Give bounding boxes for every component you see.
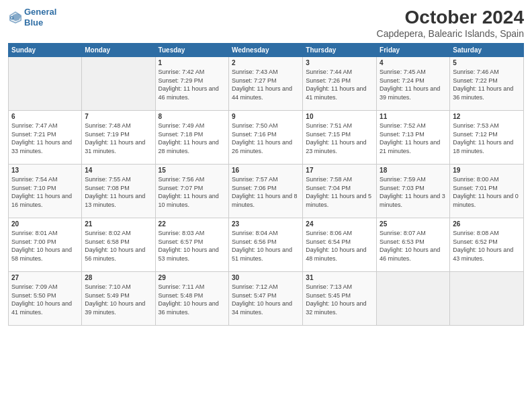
day-number: 21 — [85, 220, 152, 228]
logo-line2: Blue — [24, 17, 43, 28]
day-number: 2 — [232, 59, 300, 66]
col-sunday: Sunday — [9, 44, 82, 57]
day-cell-4-2: 29Sunrise: 7:11 AMSunset: 5:48 PMDayligh… — [155, 272, 228, 326]
day-cell-0-2: 1Sunrise: 7:42 AMSunset: 7:29 PMDaylight… — [155, 57, 228, 111]
day-number: 24 — [306, 220, 373, 228]
day-number: 4 — [380, 59, 447, 66]
day-number: 25 — [380, 220, 447, 228]
day-number: 31 — [306, 274, 373, 281]
day-cell-4-1: 28Sunrise: 7:10 AMSunset: 5:49 PMDayligh… — [82, 272, 155, 326]
day-cell-2-2: 15Sunrise: 7:56 AMSunset: 7:07 PMDayligh… — [155, 165, 228, 218]
day-info: Sunrise: 8:03 AMSunset: 6:57 PMDaylight:… — [159, 229, 226, 263]
day-number: 1 — [159, 59, 226, 66]
title-block: October 2024 Capdepera, Balearic Islands… — [377, 7, 524, 39]
day-number: 11 — [380, 113, 447, 120]
day-info: Sunrise: 7:44 AMSunset: 7:26 PMDaylight:… — [306, 68, 373, 101]
week-row-5: 27Sunrise: 7:09 AMSunset: 5:50 PMDayligh… — [9, 272, 524, 326]
day-number: 19 — [453, 167, 521, 174]
day-info: Sunrise: 7:09 AMSunset: 5:50 PMDaylight:… — [11, 283, 79, 316]
col-tuesday: Tuesday — [155, 44, 228, 57]
day-number: 17 — [306, 167, 373, 174]
day-cell-0-5: 4Sunrise: 7:45 AMSunset: 7:24 PMDaylight… — [377, 57, 450, 111]
day-cell-1-5: 11Sunrise: 7:52 AMSunset: 7:13 PMDayligh… — [377, 111, 450, 165]
week-row-3: 13Sunrise: 7:54 AMSunset: 7:10 PMDayligh… — [9, 165, 524, 218]
day-number: 29 — [159, 274, 226, 281]
day-info: Sunrise: 7:47 AMSunset: 7:21 PMDaylight:… — [11, 122, 79, 155]
logo: G General Blue — [8, 7, 56, 28]
day-number: 18 — [380, 167, 447, 174]
calendar-header-row: Sunday Monday Tuesday Wednesday Thursday… — [9, 44, 524, 57]
day-cell-1-6: 12Sunrise: 7:53 AMSunset: 7:12 PMDayligh… — [450, 111, 524, 165]
day-number: 13 — [11, 167, 79, 174]
day-info: Sunrise: 7:54 AMSunset: 7:10 PMDaylight:… — [11, 175, 79, 209]
day-number: 6 — [11, 113, 79, 120]
col-friday: Friday — [377, 44, 450, 57]
day-cell-2-4: 17Sunrise: 7:58 AMSunset: 7:04 PMDayligh… — [303, 165, 377, 218]
day-number: 16 — [232, 167, 300, 174]
day-cell-3-6: 26Sunrise: 8:08 AMSunset: 6:52 PMDayligh… — [450, 218, 524, 272]
day-cell-4-6 — [450, 272, 524, 326]
day-info: Sunrise: 8:07 AMSunset: 6:53 PMDaylight:… — [380, 229, 447, 263]
day-number: 7 — [85, 113, 152, 120]
day-info: Sunrise: 7:12 AMSunset: 5:47 PMDaylight:… — [232, 283, 300, 316]
day-cell-4-0: 27Sunrise: 7:09 AMSunset: 5:50 PMDayligh… — [9, 272, 82, 326]
day-info: Sunrise: 7:55 AMSunset: 7:08 PMDaylight:… — [85, 175, 152, 209]
day-info: Sunrise: 7:13 AMSunset: 5:45 PMDaylight:… — [306, 283, 373, 316]
logo-icon: G — [8, 10, 23, 25]
day-info: Sunrise: 8:08 AMSunset: 6:52 PMDaylight:… — [453, 229, 521, 263]
day-info: Sunrise: 7:11 AMSunset: 5:48 PMDaylight:… — [159, 283, 226, 316]
day-number: 14 — [85, 167, 152, 174]
day-info: Sunrise: 8:01 AMSunset: 7:00 PMDaylight:… — [11, 229, 79, 263]
day-info: Sunrise: 8:06 AMSunset: 6:54 PMDaylight:… — [306, 229, 373, 263]
day-info: Sunrise: 7:53 AMSunset: 7:12 PMDaylight:… — [453, 122, 521, 155]
day-cell-0-1 — [82, 57, 155, 111]
day-cell-2-6: 19Sunrise: 8:00 AMSunset: 7:01 PMDayligh… — [450, 165, 524, 218]
day-info: Sunrise: 7:57 AMSunset: 7:06 PMDaylight:… — [232, 175, 300, 209]
day-cell-3-4: 24Sunrise: 8:06 AMSunset: 6:54 PMDayligh… — [303, 218, 377, 272]
day-cell-3-5: 25Sunrise: 8:07 AMSunset: 6:53 PMDayligh… — [377, 218, 450, 272]
day-cell-1-3: 9Sunrise: 7:50 AMSunset: 7:16 PMDaylight… — [229, 111, 303, 165]
day-cell-4-3: 30Sunrise: 7:12 AMSunset: 5:47 PMDayligh… — [229, 272, 303, 326]
day-number: 15 — [159, 167, 226, 174]
header: G General Blue October 2024 Capdepera, B… — [8, 7, 524, 39]
day-info: Sunrise: 7:46 AMSunset: 7:22 PMDaylight:… — [453, 68, 521, 101]
day-cell-2-5: 18Sunrise: 7:59 AMSunset: 7:03 PMDayligh… — [377, 165, 450, 218]
col-wednesday: Wednesday — [229, 44, 303, 57]
day-cell-0-6: 5Sunrise: 7:46 AMSunset: 7:22 PMDaylight… — [450, 57, 524, 111]
day-cell-3-3: 23Sunrise: 8:04 AMSunset: 6:56 PMDayligh… — [229, 218, 303, 272]
page-container: G General Blue October 2024 Capdepera, B… — [0, 0, 532, 411]
svg-text:G: G — [10, 15, 14, 21]
day-number: 3 — [306, 59, 373, 66]
calendar-table: Sunday Monday Tuesday Wednesday Thursday… — [8, 43, 524, 326]
week-row-1: 1Sunrise: 7:42 AMSunset: 7:29 PMDaylight… — [9, 57, 524, 111]
day-number: 10 — [306, 113, 373, 120]
day-cell-1-1: 7Sunrise: 7:48 AMSunset: 7:19 PMDaylight… — [82, 111, 155, 165]
day-info: Sunrise: 7:58 AMSunset: 7:04 PMDaylight:… — [306, 175, 373, 209]
col-monday: Monday — [82, 44, 155, 57]
day-info: Sunrise: 7:42 AMSunset: 7:29 PMDaylight:… — [159, 68, 226, 101]
day-info: Sunrise: 7:52 AMSunset: 7:13 PMDaylight:… — [380, 122, 447, 155]
day-info: Sunrise: 7:59 AMSunset: 7:03 PMDaylight:… — [380, 175, 447, 209]
day-cell-2-1: 14Sunrise: 7:55 AMSunset: 7:08 PMDayligh… — [82, 165, 155, 218]
day-info: Sunrise: 7:51 AMSunset: 7:15 PMDaylight:… — [306, 122, 373, 155]
day-cell-3-0: 20Sunrise: 8:01 AMSunset: 7:00 PMDayligh… — [9, 218, 82, 272]
col-thursday: Thursday — [303, 44, 377, 57]
day-info: Sunrise: 7:50 AMSunset: 7:16 PMDaylight:… — [232, 122, 300, 155]
day-cell-3-1: 21Sunrise: 8:02 AMSunset: 6:58 PMDayligh… — [82, 218, 155, 272]
day-cell-0-0 — [9, 57, 82, 111]
day-info: Sunrise: 8:02 AMSunset: 6:58 PMDaylight:… — [85, 229, 152, 263]
day-info: Sunrise: 8:04 AMSunset: 6:56 PMDaylight:… — [232, 229, 300, 263]
logo-line1: General — [24, 7, 56, 17]
main-title: October 2024 — [377, 7, 524, 28]
week-row-2: 6Sunrise: 7:47 AMSunset: 7:21 PMDaylight… — [9, 111, 524, 165]
day-cell-3-2: 22Sunrise: 8:03 AMSunset: 6:57 PMDayligh… — [155, 218, 228, 272]
day-cell-1-4: 10Sunrise: 7:51 AMSunset: 7:15 PMDayligh… — [303, 111, 377, 165]
day-info: Sunrise: 7:43 AMSunset: 7:27 PMDaylight:… — [232, 68, 300, 101]
day-cell-1-0: 6Sunrise: 7:47 AMSunset: 7:21 PMDaylight… — [9, 111, 82, 165]
day-cell-1-2: 8Sunrise: 7:49 AMSunset: 7:18 PMDaylight… — [155, 111, 228, 165]
day-info: Sunrise: 7:45 AMSunset: 7:24 PMDaylight:… — [380, 68, 447, 101]
day-number: 20 — [11, 220, 79, 228]
day-number: 27 — [11, 274, 79, 281]
day-cell-4-4: 31Sunrise: 7:13 AMSunset: 5:45 PMDayligh… — [303, 272, 377, 326]
day-info: Sunrise: 7:48 AMSunset: 7:19 PMDaylight:… — [85, 122, 152, 155]
